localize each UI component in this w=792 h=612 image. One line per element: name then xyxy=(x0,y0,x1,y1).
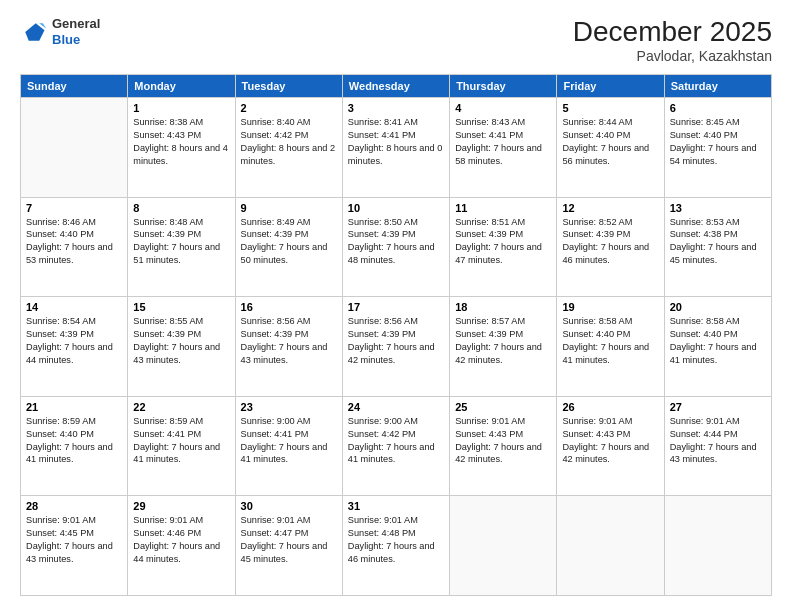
day-info: Sunrise: 9:00 AMSunset: 4:41 PMDaylight:… xyxy=(241,415,337,467)
calendar-cell: 25Sunrise: 9:01 AMSunset: 4:43 PMDayligh… xyxy=(450,396,557,496)
day-number: 25 xyxy=(455,401,551,413)
day-info: Sunrise: 8:53 AMSunset: 4:38 PMDaylight:… xyxy=(670,216,766,268)
title-block: December 2025 Pavlodar, Kazakhstan xyxy=(573,16,772,64)
day-number: 11 xyxy=(455,202,551,214)
calendar-cell: 9Sunrise: 8:49 AMSunset: 4:39 PMDaylight… xyxy=(235,197,342,297)
day-info: Sunrise: 8:58 AMSunset: 4:40 PMDaylight:… xyxy=(670,315,766,367)
calendar-cell: 17Sunrise: 8:56 AMSunset: 4:39 PMDayligh… xyxy=(342,297,449,397)
weekday-header: Monday xyxy=(128,75,235,98)
logo-line2: Blue xyxy=(52,32,100,48)
day-number: 22 xyxy=(133,401,229,413)
day-info: Sunrise: 8:56 AMSunset: 4:39 PMDaylight:… xyxy=(348,315,444,367)
calendar-cell: 22Sunrise: 8:59 AMSunset: 4:41 PMDayligh… xyxy=(128,396,235,496)
calendar-week-row: 21Sunrise: 8:59 AMSunset: 4:40 PMDayligh… xyxy=(21,396,772,496)
day-number: 19 xyxy=(562,301,658,313)
logo-line1: General xyxy=(52,16,100,32)
calendar-body: 1Sunrise: 8:38 AMSunset: 4:43 PMDaylight… xyxy=(21,98,772,596)
day-number: 3 xyxy=(348,102,444,114)
day-info: Sunrise: 8:52 AMSunset: 4:39 PMDaylight:… xyxy=(562,216,658,268)
calendar-cell: 30Sunrise: 9:01 AMSunset: 4:47 PMDayligh… xyxy=(235,496,342,596)
calendar-cell: 10Sunrise: 8:50 AMSunset: 4:39 PMDayligh… xyxy=(342,197,449,297)
calendar-week-row: 7Sunrise: 8:46 AMSunset: 4:40 PMDaylight… xyxy=(21,197,772,297)
day-info: Sunrise: 9:00 AMSunset: 4:42 PMDaylight:… xyxy=(348,415,444,467)
day-number: 26 xyxy=(562,401,658,413)
day-number: 6 xyxy=(670,102,766,114)
day-info: Sunrise: 8:43 AMSunset: 4:41 PMDaylight:… xyxy=(455,116,551,168)
calendar-cell: 16Sunrise: 8:56 AMSunset: 4:39 PMDayligh… xyxy=(235,297,342,397)
calendar-cell: 11Sunrise: 8:51 AMSunset: 4:39 PMDayligh… xyxy=(450,197,557,297)
calendar-cell: 23Sunrise: 9:00 AMSunset: 4:41 PMDayligh… xyxy=(235,396,342,496)
day-info: Sunrise: 8:57 AMSunset: 4:39 PMDaylight:… xyxy=(455,315,551,367)
calendar-week-row: 28Sunrise: 9:01 AMSunset: 4:45 PMDayligh… xyxy=(21,496,772,596)
day-info: Sunrise: 8:50 AMSunset: 4:39 PMDaylight:… xyxy=(348,216,444,268)
calendar-cell: 2Sunrise: 8:40 AMSunset: 4:42 PMDaylight… xyxy=(235,98,342,198)
calendar-cell: 19Sunrise: 8:58 AMSunset: 4:40 PMDayligh… xyxy=(557,297,664,397)
day-info: Sunrise: 9:01 AMSunset: 4:46 PMDaylight:… xyxy=(133,514,229,566)
calendar-cell: 24Sunrise: 9:00 AMSunset: 4:42 PMDayligh… xyxy=(342,396,449,496)
calendar-cell: 4Sunrise: 8:43 AMSunset: 4:41 PMDaylight… xyxy=(450,98,557,198)
calendar-cell: 15Sunrise: 8:55 AMSunset: 4:39 PMDayligh… xyxy=(128,297,235,397)
day-number: 23 xyxy=(241,401,337,413)
day-info: Sunrise: 8:55 AMSunset: 4:39 PMDaylight:… xyxy=(133,315,229,367)
weekday-header: Friday xyxy=(557,75,664,98)
page: General Blue December 2025 Pavlodar, Kaz… xyxy=(0,0,792,612)
calendar-week-row: 1Sunrise: 8:38 AMSunset: 4:43 PMDaylight… xyxy=(21,98,772,198)
calendar-cell: 8Sunrise: 8:48 AMSunset: 4:39 PMDaylight… xyxy=(128,197,235,297)
day-number: 10 xyxy=(348,202,444,214)
day-number: 16 xyxy=(241,301,337,313)
day-info: Sunrise: 8:54 AMSunset: 4:39 PMDaylight:… xyxy=(26,315,122,367)
calendar-cell: 29Sunrise: 9:01 AMSunset: 4:46 PMDayligh… xyxy=(128,496,235,596)
day-number: 15 xyxy=(133,301,229,313)
day-info: Sunrise: 8:56 AMSunset: 4:39 PMDaylight:… xyxy=(241,315,337,367)
day-info: Sunrise: 9:01 AMSunset: 4:45 PMDaylight:… xyxy=(26,514,122,566)
day-number: 21 xyxy=(26,401,122,413)
weekday-row: SundayMondayTuesdayWednesdayThursdayFrid… xyxy=(21,75,772,98)
calendar-table: SundayMondayTuesdayWednesdayThursdayFrid… xyxy=(20,74,772,596)
day-number: 7 xyxy=(26,202,122,214)
calendar-cell: 14Sunrise: 8:54 AMSunset: 4:39 PMDayligh… xyxy=(21,297,128,397)
day-number: 14 xyxy=(26,301,122,313)
logo-text: General Blue xyxy=(52,16,100,47)
calendar-cell: 13Sunrise: 8:53 AMSunset: 4:38 PMDayligh… xyxy=(664,197,771,297)
day-info: Sunrise: 9:01 AMSunset: 4:43 PMDaylight:… xyxy=(455,415,551,467)
day-info: Sunrise: 8:41 AMSunset: 4:41 PMDaylight:… xyxy=(348,116,444,168)
calendar-cell: 12Sunrise: 8:52 AMSunset: 4:39 PMDayligh… xyxy=(557,197,664,297)
day-info: Sunrise: 8:51 AMSunset: 4:39 PMDaylight:… xyxy=(455,216,551,268)
day-number: 4 xyxy=(455,102,551,114)
day-number: 13 xyxy=(670,202,766,214)
svg-marker-0 xyxy=(25,23,44,41)
day-number: 8 xyxy=(133,202,229,214)
calendar-cell: 28Sunrise: 9:01 AMSunset: 4:45 PMDayligh… xyxy=(21,496,128,596)
day-info: Sunrise: 9:01 AMSunset: 4:48 PMDaylight:… xyxy=(348,514,444,566)
day-info: Sunrise: 8:40 AMSunset: 4:42 PMDaylight:… xyxy=(241,116,337,168)
day-info: Sunrise: 9:01 AMSunset: 4:44 PMDaylight:… xyxy=(670,415,766,467)
day-number: 28 xyxy=(26,500,122,512)
calendar-cell: 7Sunrise: 8:46 AMSunset: 4:40 PMDaylight… xyxy=(21,197,128,297)
calendar-cell: 20Sunrise: 8:58 AMSunset: 4:40 PMDayligh… xyxy=(664,297,771,397)
weekday-header: Sunday xyxy=(21,75,128,98)
logo: General Blue xyxy=(20,16,100,47)
day-number: 2 xyxy=(241,102,337,114)
day-info: Sunrise: 9:01 AMSunset: 4:43 PMDaylight:… xyxy=(562,415,658,467)
day-info: Sunrise: 8:48 AMSunset: 4:39 PMDaylight:… xyxy=(133,216,229,268)
calendar-header: SundayMondayTuesdayWednesdayThursdayFrid… xyxy=(21,75,772,98)
calendar-week-row: 14Sunrise: 8:54 AMSunset: 4:39 PMDayligh… xyxy=(21,297,772,397)
calendar-cell: 27Sunrise: 9:01 AMSunset: 4:44 PMDayligh… xyxy=(664,396,771,496)
day-number: 24 xyxy=(348,401,444,413)
day-info: Sunrise: 8:49 AMSunset: 4:39 PMDaylight:… xyxy=(241,216,337,268)
day-number: 27 xyxy=(670,401,766,413)
day-info: Sunrise: 8:44 AMSunset: 4:40 PMDaylight:… xyxy=(562,116,658,168)
calendar-cell xyxy=(450,496,557,596)
day-number: 20 xyxy=(670,301,766,313)
header: General Blue December 2025 Pavlodar, Kaz… xyxy=(20,16,772,64)
calendar-cell: 31Sunrise: 9:01 AMSunset: 4:48 PMDayligh… xyxy=(342,496,449,596)
weekday-header: Thursday xyxy=(450,75,557,98)
calendar-cell: 26Sunrise: 9:01 AMSunset: 4:43 PMDayligh… xyxy=(557,396,664,496)
day-number: 1 xyxy=(133,102,229,114)
day-number: 31 xyxy=(348,500,444,512)
weekday-header: Wednesday xyxy=(342,75,449,98)
day-number: 12 xyxy=(562,202,658,214)
weekday-header: Saturday xyxy=(664,75,771,98)
day-info: Sunrise: 8:59 AMSunset: 4:41 PMDaylight:… xyxy=(133,415,229,467)
calendar-cell xyxy=(664,496,771,596)
